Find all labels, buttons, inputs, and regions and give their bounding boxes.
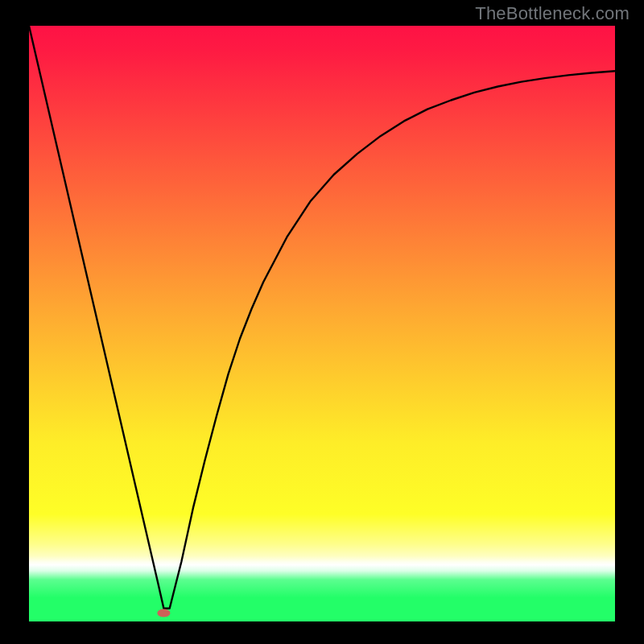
minimum-marker bbox=[157, 609, 170, 617]
plot-background bbox=[29, 26, 615, 621]
chart-container: TheBottleneck.com bbox=[0, 0, 644, 644]
bottleneck-chart bbox=[0, 0, 644, 644]
